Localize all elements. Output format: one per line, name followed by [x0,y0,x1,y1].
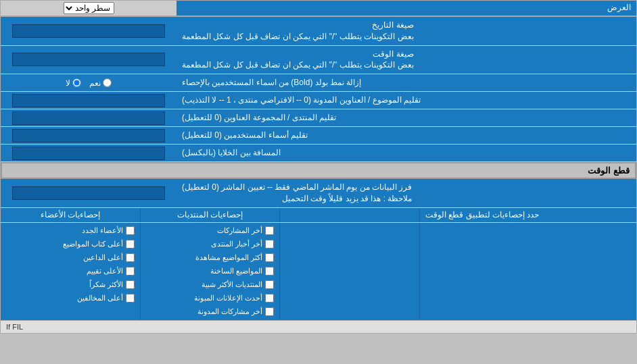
chk-members-0[interactable] [126,226,135,235]
bold-remove-row: إزالة نمط بولد (Bold) من اسماء المستخدمي… [1,74,636,92]
bold-remove-radio-area: نعم لا [1,74,176,91]
cutoff-days-input[interactable]: 0 [12,186,166,200]
chk-col-header-forums: إحصاءيات المنتديات [141,208,281,222]
chk-members-2[interactable] [126,253,135,262]
date-format-label: صيغة التاريخ بعض التكوينات يتطلب "/" الت… [176,17,636,45]
chk-members-3[interactable] [126,267,135,276]
cutoff-days-input-area: 0 [1,179,176,207]
chk-item-members-2: أعلى الداعين [3,251,137,265]
forum-group-row: تقليم المنتدى / المجموعة العناوين (0 للت… [1,109,636,127]
chk-col-headers: إحصاءيات المنتديات إحصاءيات الأعضاء [1,208,420,222]
bold-remove-no-text: لا [66,78,70,88]
forum-group-label: تقليم المنتدى / المجموعة العناوين (0 للت… [176,109,636,126]
chk-item-members-5: أعلى المخالفين [3,292,137,305]
cell-spacing-row: المسافة بين الخلايا (بالبكسل) 2 [1,145,636,162]
chk-item-forums-1: أخر أخبار المنتدى [143,238,277,251]
chk-forums-6-label: أخر مشاركات المدونة [197,307,262,316]
chk-forums-4[interactable] [265,280,274,289]
date-format-input[interactable]: d-m [12,24,166,38]
chk-forums-0-label: أخر المشاركات [217,226,262,235]
display-select[interactable]: سطر واحدسطرينثلاثة أسطر [64,2,114,14]
chk-members-1-label: أعلى كتاب المواضيع [63,240,123,249]
chk-forums-6[interactable] [265,307,274,316]
chk-forums-1[interactable] [265,240,274,249]
header-select-area[interactable]: سطر واحدسطرينثلاثة أسطر [1,1,176,16]
chk-column-members: الأعضاء الجدد أعلى كتاب المواضيع أعلى ال… [1,223,141,320]
time-format-input-area: H:i [1,46,176,74]
chk-col-header-members: إحصاءيات الأعضاء [1,208,141,222]
chk-forums-2[interactable] [265,253,274,262]
forum-group-input[interactable]: 33 [12,111,166,125]
chk-members-0-label: الأعضاء الجدد [82,226,123,235]
forum-group-input-area: 33 [1,109,176,126]
chk-forums-1-label: أخر أخبار المنتدى [211,240,262,249]
chk-members-3-label: الأعلى تقييم [87,267,123,276]
chk-forums-5-label: أحدث الإعلانات المبونة [194,294,262,303]
checkboxes-grid-row: أخر المشاركات أخر أخبار المنتدى أكثر الم… [1,223,636,320]
chk-members-2-label: أعلى الداعين [83,253,123,262]
cell-spacing-label: المسافة بين الخلايا (بالبكسل) [176,145,636,161]
chk-column-empty [280,223,420,320]
chk-item-forums-4: المنتديات الأكثر شبية [143,278,277,292]
chk-columns: أخر المشاركات أخر أخبار المنتدى أكثر الم… [1,223,420,320]
bold-remove-yes-text: نعم [89,78,101,88]
chk-members-5-label: أعلى المخالفين [77,294,123,303]
chk-item-forums-2: أكثر المواضيع مشاهدة [143,251,277,265]
username-trim-input-area: 0 [1,127,176,144]
chk-column-forums: أخر المشاركات أخر أخبار المنتدى أكثر الم… [141,223,281,320]
username-trim-label: تقليم أسماء المستخدمين (0 للتعطيل) [176,127,636,144]
titles-per-page-input[interactable]: 33 [12,94,166,107]
cutoff-days-label: فرز البيانات من يوم الماشر الماضي فقط --… [176,179,636,207]
chk-item-forums-3: المواضيع الساخنة [143,265,277,278]
username-trim-input[interactable]: 0 [12,129,166,142]
cutoff-section-header: قطع الوقت [1,162,636,179]
bold-remove-label: إزالة نمط بولد (Bold) من اسماء المستخدمي… [176,74,636,91]
chk-members-5[interactable] [126,294,135,303]
chk-item-forums-5: أحدث الإعلانات المبونة [143,292,277,305]
header-label: العرض [176,1,636,16]
titles-per-page-row: تقليم الموضوع / العناوين المدونة (0 -- ا… [1,92,636,109]
chk-forums-5[interactable] [265,294,274,303]
chk-forums-2-label: أكثر المواضيع مشاهدة [195,253,262,262]
checkboxes-header-label: حدد إحصاءيات لتطبيق قطع الوقت [420,208,636,222]
bottom-note: If FIL [1,320,636,333]
checkboxes-header-row: حدد إحصاءيات لتطبيق قطع الوقت إحصاءيات ا… [1,208,636,223]
chk-forums-0[interactable] [265,226,274,235]
chk-forums-4-label: المنتديات الأكثر شبية [202,280,262,289]
titles-per-page-label: تقليم الموضوع / العناوين المدونة (0 -- ا… [176,92,636,109]
cell-spacing-input-area: 2 [1,145,176,161]
chk-item-forums-0: أخر المشاركات [143,224,277,238]
date-format-row: صيغة التاريخ بعض التكوينات يتطلب "/" الت… [1,17,636,46]
chk-members-1[interactable] [126,240,135,249]
chk-empty-label [420,223,636,320]
main-container: العرض سطر واحدسطرينثلاثة أسطر صيغة التار… [0,0,637,334]
bold-remove-no-label[interactable]: لا [66,78,81,88]
titles-per-page-input-area: 33 [1,92,176,109]
chk-item-members-4: الأكثر شكراً [3,278,137,292]
bold-remove-yes-radio[interactable] [103,78,112,87]
chk-item-members-1: أعلى كتاب المواضيع [3,238,137,251]
chk-members-4[interactable] [126,280,135,289]
header-row: العرض سطر واحدسطرينثلاثة أسطر [1,1,636,17]
chk-forums-3-label: المواضيع الساخنة [210,267,262,276]
time-format-label: صيغة الوقت بعض التكوينات يتطلب "/" التي … [176,46,636,74]
chk-item-members-0: الأعضاء الجدد [3,224,137,238]
time-format-input[interactable]: H:i [12,53,166,66]
chk-forums-3[interactable] [265,267,274,276]
chk-col-header-empty [280,208,420,222]
bold-remove-yes-label[interactable]: نعم [89,78,112,88]
chk-item-forums-6: أخر مشاركات المدونة [143,305,277,319]
bold-remove-no-radio[interactable] [72,78,81,87]
date-format-input-area: d-m [1,17,176,45]
cell-spacing-input[interactable]: 2 [12,147,166,160]
cutoff-days-row: فرز البيانات من يوم الماشر الماضي فقط --… [1,179,636,208]
chk-item-members-3: الأعلى تقييم [3,265,137,278]
username-trim-row: تقليم أسماء المستخدمين (0 للتعطيل) 0 [1,127,636,145]
chk-members-4-label: الأكثر شكراً [89,280,123,289]
time-format-row: صيغة الوقت بعض التكوينات يتطلب "/" التي … [1,46,636,75]
